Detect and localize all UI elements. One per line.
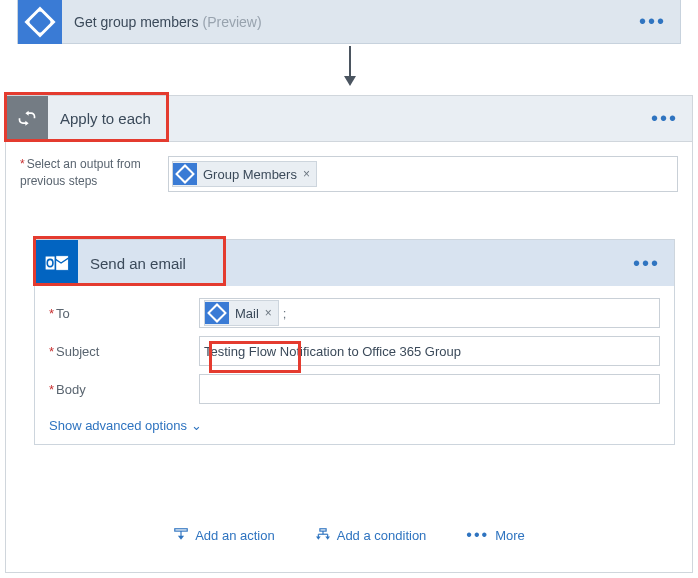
azure-ad-icon (173, 163, 197, 185)
add-action-icon (173, 528, 189, 542)
select-output-label: *Select an output from previous steps (20, 156, 168, 190)
send-email-body: *To Mail × ; *Subject (35, 286, 674, 444)
loop-icon (6, 96, 48, 142)
svg-marker-14 (325, 537, 330, 540)
body-field[interactable] (199, 374, 660, 404)
apply-to-each-container: Apply to each ••• *Select an output from… (5, 95, 693, 573)
dots-icon: ••• (466, 526, 489, 544)
flow-arrow-icon (349, 46, 351, 80)
svg-rect-8 (320, 529, 326, 531)
ate-menu-dots-icon[interactable]: ••• (651, 107, 678, 130)
outlook-icon (35, 240, 78, 286)
token-label: Group Members (203, 167, 297, 182)
gm-preview: (Preview) (203, 14, 262, 30)
svg-marker-13 (316, 537, 321, 540)
body-label: *Body (49, 382, 199, 397)
body-row: *Body (49, 374, 660, 404)
separator: ; (283, 306, 287, 321)
subject-label: *Subject (49, 344, 199, 359)
add-condition-link[interactable]: Add a condition (315, 526, 427, 544)
get-group-members-card[interactable]: Get group members (Preview) ••• (17, 0, 681, 44)
select-output-field[interactable]: Group Members × (168, 156, 678, 192)
add-condition-icon (315, 528, 331, 542)
gm-menu-dots-icon[interactable]: ••• (639, 10, 666, 33)
to-row: *To Mail × ; (49, 298, 660, 328)
svg-marker-7 (178, 536, 184, 540)
add-action-link[interactable]: Add an action (173, 526, 275, 544)
bottom-actions: Add an action Add a condition ••• More (6, 526, 692, 544)
flow-canvas: Get group members (Preview) ••• Apply to… (0, 0, 698, 578)
send-email-card: Send an email ••• *To Mail × ; (34, 239, 675, 445)
more-actions-link[interactable]: ••• More (466, 526, 524, 544)
to-field[interactable]: Mail × ; (199, 298, 660, 328)
azure-ad-icon (205, 302, 229, 324)
group-members-token[interactable]: Group Members × (172, 161, 317, 187)
remove-token-icon[interactable]: × (265, 306, 272, 320)
remove-token-icon[interactable]: × (303, 167, 310, 181)
gm-title: Get group members (74, 14, 199, 30)
send-email-header[interactable]: Send an email ••• (35, 240, 674, 286)
subject-row: *Subject (49, 336, 660, 366)
token-label: Mail (235, 306, 259, 321)
select-output-row: *Select an output from previous steps Gr… (6, 142, 692, 192)
apply-to-each-header[interactable]: Apply to each ••• (6, 96, 692, 142)
chevron-down-icon: ⌄ (191, 418, 202, 433)
subject-input[interactable] (204, 344, 655, 359)
to-label: *To (49, 306, 199, 321)
svg-rect-5 (175, 529, 187, 531)
subject-field[interactable] (199, 336, 660, 366)
azure-ad-icon (18, 0, 62, 44)
email-menu-dots-icon[interactable]: ••• (633, 252, 660, 275)
send-email-title: Send an email (90, 255, 186, 272)
show-advanced-options-link[interactable]: Show advanced options ⌄ (49, 418, 202, 433)
apply-to-each-title: Apply to each (60, 110, 151, 127)
mail-token[interactable]: Mail × (204, 300, 279, 326)
body-input[interactable] (204, 382, 655, 397)
